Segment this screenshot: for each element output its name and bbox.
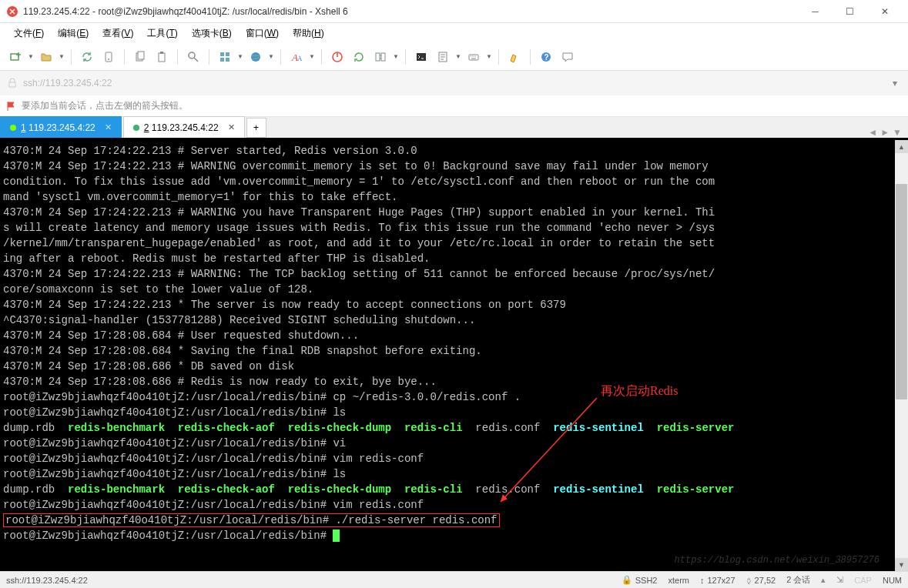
tile-dropdown[interactable]: ▼	[237, 48, 243, 66]
tab-nav-left-icon[interactable]: ◄	[868, 127, 877, 138]
terminal-line: mand 'sysctl vm.overcommit_memory=1' for…	[3, 189, 892, 205]
tab-label: 2 119.23.245.4:22	[144, 122, 219, 133]
terminal-line: 4370:M 24 Sep 17:24:22.213 # Server star…	[3, 143, 892, 159]
terminal-line: condition. To fix this issue add 'vm.ove…	[3, 174, 892, 189]
size-icon: ↕	[700, 576, 705, 585]
terminal-line: 4370:M 24 Sep 17:28:08.686 * DB saved on…	[3, 359, 892, 374]
connection-dot-icon	[10, 125, 16, 131]
menu-b[interactable]: 选项卡(B)	[186, 25, 238, 42]
menu-t[interactable]: 工具(T)	[141, 25, 183, 42]
statusbar: ssh://119.23.245.4:22 🔒SSH2 xterm ↕127x2…	[0, 571, 908, 588]
minimize-button[interactable]: ─	[798, 1, 833, 22]
scrollbar[interactable]: ▲ ▼	[895, 140, 908, 571]
close-button[interactable]: ✕	[867, 1, 902, 22]
terminal-line: dump.rdb redis-benchmark redis-check-aof…	[3, 420, 892, 436]
scroll-thumb[interactable]	[896, 184, 907, 399]
scroll-down-icon[interactable]: ▼	[895, 558, 908, 571]
scroll-up-icon[interactable]: ▲	[895, 140, 908, 153]
status-caps: CAP	[854, 576, 872, 585]
flag-icon[interactable]	[6, 101, 17, 112]
svg-rect-12	[226, 58, 230, 62]
svg-rect-7	[160, 52, 163, 54]
transfer-icon[interactable]	[371, 48, 390, 66]
power-icon[interactable]	[328, 48, 347, 66]
tab-session-2[interactable]: 2 119.23.245.4:22✕	[123, 116, 245, 138]
menu-h[interactable]: 帮助(H)	[286, 25, 330, 42]
terminal-line: 4370:M 24 Sep 17:28:08.684 * Saving the …	[3, 343, 892, 359]
keyboard-dropdown[interactable]: ▼	[486, 48, 492, 66]
terminal-line: /kernel/mm/transparent_hugepage/enabled'…	[3, 236, 892, 251]
chat-icon[interactable]	[558, 48, 577, 66]
tab-add-button[interactable]: +	[246, 118, 266, 138]
terminal-icon[interactable]	[412, 48, 431, 66]
terminal[interactable]: 4370:M 24 Sep 17:24:22.213 # Server star…	[0, 140, 895, 571]
sessions-up-icon[interactable]: ▴	[821, 575, 826, 585]
terminal-line: ing after a reboot. Redis must be restar…	[3, 251, 892, 266]
terminal-line: 4370:M 24 Sep 17:24:22.213 # WARNING ove…	[3, 159, 892, 174]
menu-e[interactable]: 编辑(E)	[52, 25, 95, 42]
paste-icon[interactable]	[152, 48, 171, 66]
tab-session-1[interactable]: 1 119.23.245.4:22✕	[0, 116, 122, 138]
terminal-line: root@iZwz9bjiawhqzf40o410tjZ:/usr/local/…	[3, 436, 892, 451]
titlebar: 119.23.245.4:22 - root@iZwz9bjiawhqzf40o…	[0, 0, 908, 23]
svg-text:A: A	[297, 55, 303, 62]
font-icon[interactable]: AA	[287, 48, 306, 66]
highlight-icon[interactable]	[505, 48, 524, 66]
status-sessions: 2 会话	[786, 574, 810, 586]
new-session-icon[interactable]	[6, 48, 25, 66]
scroll-track[interactable]	[895, 153, 908, 558]
copy-icon[interactable]	[131, 48, 149, 66]
world-icon[interactable]	[246, 48, 265, 66]
tab-nav-right-icon[interactable]: ►	[880, 127, 890, 138]
open-dropdown[interactable]: ▼	[59, 48, 65, 66]
keyboard-icon[interactable]	[464, 48, 483, 66]
connection-dot-icon	[133, 125, 139, 131]
terminal-line: ^C4370:signal-handler (1537781288) Recei…	[3, 312, 892, 328]
refresh-icon[interactable]	[350, 48, 368, 66]
help-icon[interactable]: ?	[537, 48, 555, 66]
sessions-down-icon[interactable]: ⇲	[836, 575, 843, 585]
terminal-area: 4370:M 24 Sep 17:24:22.213 # Server star…	[0, 140, 908, 571]
addressbar: ssh://119.23.245.4:22 ▾	[0, 71, 908, 95]
terminal-line: root@iZwz9bjiawhqzf40o410tjZ:/usr/local/…	[3, 528, 892, 543]
terminal-line: 4370:M 24 Sep 17:24:22.213 # WARNING you…	[3, 205, 892, 220]
menu-v[interactable]: 查看(V)	[96, 25, 139, 42]
terminal-line: root@iZwz9bjiawhqzf40o410tjZ:/usr/local/…	[3, 451, 892, 466]
address-text[interactable]: ssh://119.23.245.4:22	[23, 78, 888, 89]
address-dropdown-icon[interactable]: ▾	[888, 78, 902, 89]
svg-rect-9	[220, 52, 224, 56]
status-ssh: SSH2	[635, 576, 658, 585]
reconnect-icon[interactable]	[78, 48, 96, 66]
open-session-icon[interactable]	[37, 48, 55, 66]
find-icon[interactable]	[184, 48, 203, 66]
menu-w[interactable]: 窗口(W)	[240, 25, 285, 42]
svg-rect-24	[9, 82, 15, 87]
disconnect-icon[interactable]	[99, 48, 118, 66]
status-num: NUM	[883, 576, 902, 585]
terminal-line: 4370:M 24 Sep 17:28:08.686 # Redis is no…	[3, 374, 892, 389]
tab-nav-menu-icon[interactable]: ▼	[893, 127, 902, 138]
svg-point-13	[251, 52, 260, 62]
toolbar: ▼ ▼ ▼ ▼ AA ▼ ▼ ▼ ▼ ?	[0, 43, 908, 71]
tab-close-icon[interactable]: ✕	[228, 122, 235, 132]
tabbar: 1 119.23.245.4:22✕2 119.23.245.4:22✕+◄►▼	[0, 117, 908, 140]
world-dropdown[interactable]: ▼	[268, 48, 274, 66]
terminal-line: root@iZwz9bjiawhqzf40o410tjZ:/usr/local/…	[3, 466, 892, 482]
tab-close-icon[interactable]: ✕	[105, 122, 112, 132]
new-dropdown[interactable]: ▼	[28, 48, 34, 66]
svg-rect-2	[106, 52, 112, 62]
script-dropdown[interactable]: ▼	[455, 48, 461, 66]
terminal-line: core/somaxconn is set to the lower value…	[3, 282, 892, 297]
window-title: 119.23.245.4:22 - root@iZwz9bjiawhqzf40o…	[23, 6, 798, 17]
transfer-dropdown[interactable]: ▼	[393, 48, 399, 66]
script-icon[interactable]	[434, 48, 452, 66]
svg-rect-5	[138, 52, 144, 59]
terminal-line: s will create latency and memory usage i…	[3, 220, 892, 236]
maximize-button[interactable]: ☐	[833, 1, 867, 22]
font-dropdown[interactable]: ▼	[309, 48, 315, 66]
svg-rect-18	[381, 53, 385, 61]
tile-icon[interactable]	[216, 48, 234, 66]
menu-f[interactable]: 文件(F)	[8, 25, 50, 42]
status-address: ssh://119.23.245.4:22	[6, 576, 611, 585]
session-hint: 要添加当前会话，点击左侧的箭头按钮。	[0, 95, 908, 117]
